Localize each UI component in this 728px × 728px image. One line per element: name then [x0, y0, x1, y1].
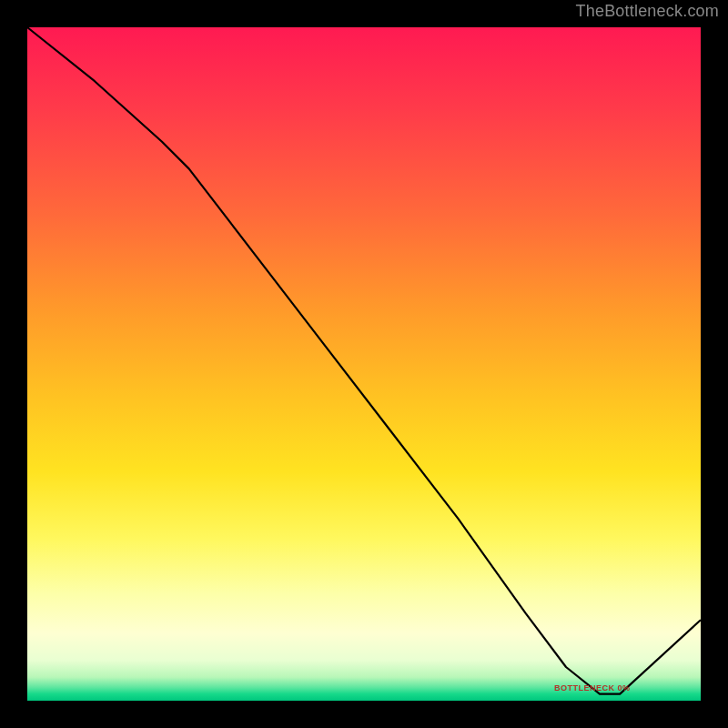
attribution-text: TheBottleneck.com [576, 2, 719, 21]
chart-frame: TheBottleneck.com BOTTLENECK 0% [0, 0, 728, 728]
bottleneck-curve [27, 27, 701, 694]
bottleneck-zero-label: BOTTLENECK 0% [554, 683, 631, 693]
plot-area: BOTTLENECK 0% [27, 27, 701, 701]
plot-svg [27, 27, 701, 701]
